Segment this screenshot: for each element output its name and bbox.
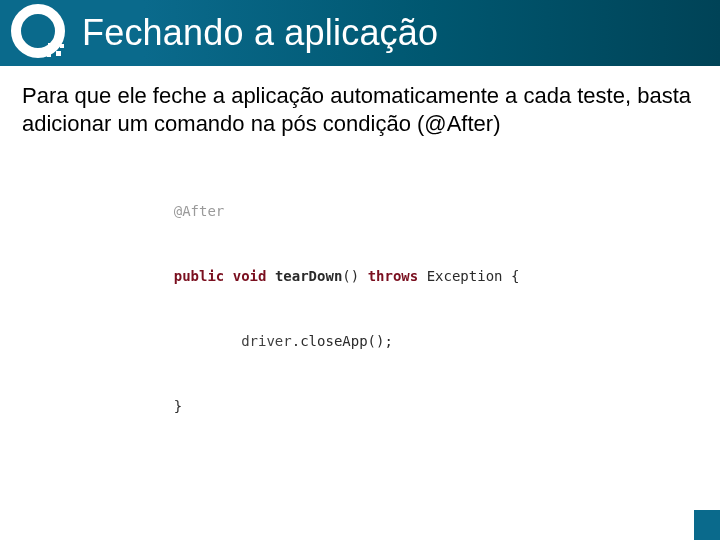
code-call: closeApp(); bbox=[300, 333, 393, 349]
code-keyword-void: void bbox=[233, 268, 267, 284]
code-indent bbox=[174, 333, 241, 349]
svg-rect-4 bbox=[60, 44, 64, 48]
code-driver: driver bbox=[241, 333, 292, 349]
code-keyword-throws: throws bbox=[368, 268, 419, 284]
code-dot: . bbox=[292, 333, 300, 349]
code-annotation: @After bbox=[174, 203, 225, 219]
slide-title: Fechando a aplicação bbox=[82, 12, 438, 54]
body-paragraph: Para que ele feche a aplicação automatic… bbox=[0, 66, 720, 137]
footer-accent bbox=[694, 510, 720, 540]
svg-rect-3 bbox=[47, 53, 51, 57]
code-exception: Exception bbox=[427, 268, 503, 284]
svg-rect-2 bbox=[56, 51, 61, 56]
slide-header: Fechando a aplicação bbox=[0, 0, 720, 66]
logo-icon bbox=[8, 3, 68, 63]
code-fn-name: tearDown bbox=[275, 268, 342, 284]
code-snippet: @After public void tearDown() throws Exc… bbox=[140, 179, 720, 439]
code-keyword-public: public bbox=[174, 268, 225, 284]
code-brace-close: } bbox=[174, 398, 182, 414]
svg-rect-1 bbox=[48, 43, 55, 50]
code-brace-open: { bbox=[511, 268, 519, 284]
code-parens: () bbox=[342, 268, 359, 284]
